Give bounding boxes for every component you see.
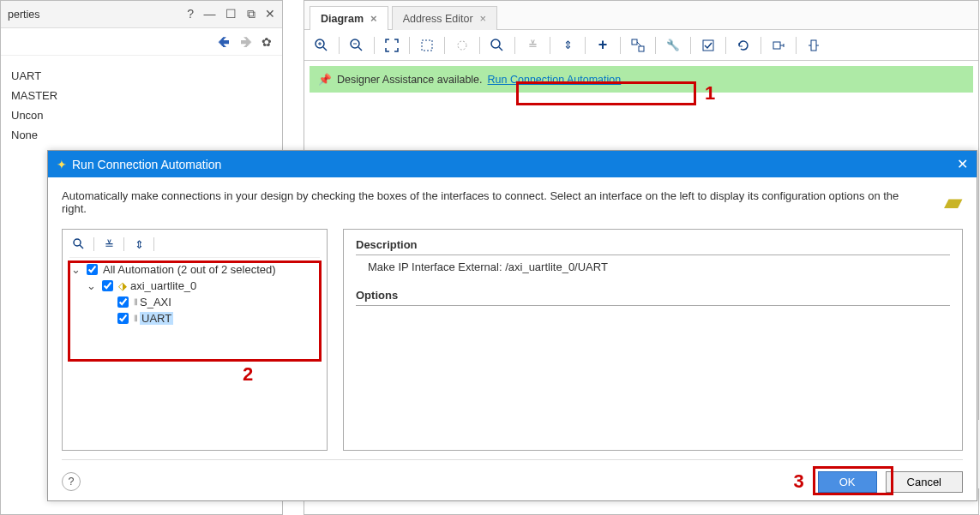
settings-icon[interactable]: ✿ bbox=[262, 35, 272, 49]
diagram-toolbar: ≚ ⇕ + 🔧 bbox=[304, 30, 978, 61]
property-item: None bbox=[11, 129, 272, 141]
property-item: Uncon bbox=[11, 109, 272, 122]
annotation-box-2 bbox=[68, 260, 322, 362]
svg-point-8 bbox=[458, 41, 466, 50]
step-number-1: 1 bbox=[705, 82, 715, 105]
close-icon[interactable]: ✕ bbox=[957, 156, 968, 172]
svg-rect-15 bbox=[773, 42, 780, 49]
properties-toolbar: 🡸 🡺 ✿ bbox=[1, 28, 282, 56]
property-item: MASTER bbox=[11, 89, 272, 102]
svg-line-1 bbox=[323, 47, 327, 51]
maximize-icon[interactable]: ☐ bbox=[225, 7, 237, 21]
select-icon[interactable] bbox=[452, 35, 472, 56]
description-value: Make IP Interface External: /axi_uartlit… bbox=[356, 260, 950, 273]
automation-tree-pane: ≚ ⇕ ⌄ All Automation (2 out of 2 selecte… bbox=[62, 229, 328, 451]
help-icon[interactable]: ? bbox=[187, 7, 194, 21]
properties-header: perties ? — ☐ ⧉ ✕ bbox=[1, 1, 282, 28]
pin-icon: 📌 bbox=[318, 73, 332, 86]
vivado-icon: ✦ bbox=[57, 158, 67, 171]
properties-body: UART MASTER Uncon None bbox=[1, 56, 282, 155]
options-header: Options bbox=[356, 289, 950, 306]
tab-diagram[interactable]: Diagram × bbox=[310, 6, 388, 30]
dialog-title: Run Connection Automation bbox=[72, 158, 221, 171]
search-icon[interactable] bbox=[487, 35, 508, 56]
step-number-3: 3 bbox=[793, 470, 803, 493]
xilinx-logo-icon: ▰ bbox=[944, 188, 963, 216]
run-connection-automation-dialog: ✦ Run Connection Automation ✕ Automatica… bbox=[47, 150, 977, 501]
svg-point-19 bbox=[74, 239, 81, 246]
collapse-all-icon[interactable]: ≚ bbox=[99, 235, 118, 254]
zoom-fit-icon[interactable] bbox=[382, 35, 402, 56]
property-item: UART bbox=[11, 69, 272, 82]
svg-rect-11 bbox=[632, 39, 637, 45]
dialog-footer: ? 3 OK Cancel bbox=[62, 459, 963, 493]
validate-icon[interactable] bbox=[698, 35, 718, 56]
annotation-box-1 bbox=[516, 81, 696, 105]
expand-icon[interactable]: ⇕ bbox=[557, 35, 578, 56]
svg-rect-16 bbox=[811, 40, 816, 51]
search-icon[interactable] bbox=[69, 235, 88, 254]
back-icon[interactable]: 🡸 bbox=[218, 35, 230, 49]
zoom-area-icon[interactable] bbox=[417, 35, 437, 56]
svg-rect-7 bbox=[422, 40, 432, 51]
pin-icon[interactable] bbox=[803, 35, 824, 56]
wrench-icon[interactable]: 🔧 bbox=[663, 35, 683, 56]
svg-line-10 bbox=[499, 47, 502, 51]
minimize-icon[interactable]: — bbox=[204, 7, 216, 21]
help-icon[interactable]: ? bbox=[62, 472, 81, 491]
zoom-in-icon[interactable] bbox=[311, 35, 332, 56]
connection-icon[interactable] bbox=[628, 35, 648, 56]
collapse-icon[interactable]: ≚ bbox=[522, 35, 543, 56]
close-icon[interactable]: × bbox=[370, 12, 377, 25]
description-header: Description bbox=[356, 238, 950, 255]
tab-diagram-label: Diagram bbox=[321, 13, 364, 25]
close-icon[interactable]: ✕ bbox=[265, 7, 275, 21]
tab-address-label: Address Editor bbox=[403, 13, 473, 25]
step-number-2: 2 bbox=[243, 363, 253, 386]
tab-address-editor[interactable]: Address Editor × bbox=[392, 6, 498, 30]
banner-text: Designer Assistance available. bbox=[337, 74, 483, 86]
zoom-out-icon[interactable] bbox=[346, 35, 367, 56]
svg-line-5 bbox=[358, 47, 362, 51]
automation-details-pane: Description Make IP Interface External: … bbox=[343, 229, 963, 451]
add-ip-icon[interactable]: + bbox=[592, 35, 613, 56]
forward-icon[interactable]: 🡺 bbox=[240, 35, 252, 49]
expand-all-icon[interactable]: ⇕ bbox=[129, 235, 148, 254]
dialog-titlebar[interactable]: ✦ Run Connection Automation ✕ bbox=[48, 151, 977, 177]
svg-rect-14 bbox=[703, 40, 713, 51]
optimize-icon[interactable] bbox=[768, 35, 789, 56]
regenerate-icon[interactable] bbox=[733, 35, 754, 56]
cancel-button[interactable]: Cancel bbox=[886, 471, 963, 493]
svg-rect-12 bbox=[639, 46, 644, 51]
svg-line-20 bbox=[80, 245, 83, 249]
svg-point-9 bbox=[491, 39, 500, 48]
close-icon[interactable]: × bbox=[480, 12, 487, 25]
svg-line-13 bbox=[637, 42, 641, 46]
properties-title: perties bbox=[8, 9, 180, 21]
annotation-box-3 bbox=[813, 466, 893, 495]
dialog-description: Automatically make connections in your d… bbox=[62, 189, 963, 215]
tabs: Diagram × Address Editor × bbox=[304, 1, 978, 30]
popout-icon[interactable]: ⧉ bbox=[247, 7, 256, 21]
